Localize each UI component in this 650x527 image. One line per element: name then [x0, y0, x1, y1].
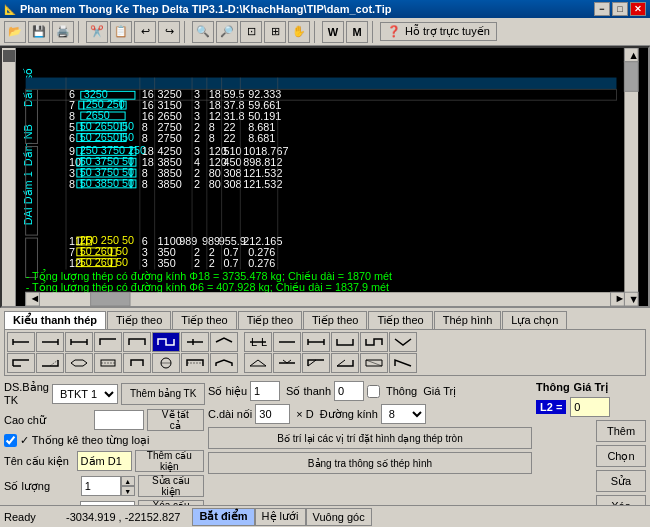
x-d-label: × D — [296, 408, 313, 420]
so-hieu-label: Số hiệu — [208, 385, 247, 398]
shape-btn-l6[interactable] — [152, 332, 180, 352]
bang-tra-button[interactable]: Bảng tra thông số thép hình — [208, 452, 532, 474]
toolbar-sep4 — [372, 21, 376, 43]
so-luong-input[interactable] — [81, 476, 121, 496]
shape-btn-r4[interactable] — [331, 332, 359, 352]
toolbar-btn-zoom-in[interactable]: 🔍 — [192, 21, 214, 43]
svg-text:50  260  50: 50 260 50 — [80, 256, 128, 268]
shape-btn-l3[interactable] — [65, 332, 93, 352]
shape-btn-t6[interactable] — [389, 353, 417, 373]
svg-text:3850: 3850 — [158, 178, 182, 190]
so-thanh-checkbox[interactable] — [367, 385, 380, 398]
tab-tiep-theo-3[interactable]: Tiếp theo — [238, 311, 302, 329]
them-bang-tk-button[interactable]: Thêm bảng TK — [121, 383, 205, 405]
ten-cau-kien-row: Tên cấu kiện Thêm cấu kiện — [4, 450, 204, 472]
toolbar-btn-cut[interactable]: ✂️ — [86, 21, 108, 43]
shape-btn-t1[interactable] — [244, 353, 272, 373]
cao-chu-input[interactable]: 125 — [94, 410, 144, 430]
sua-button[interactable]: Sửa — [596, 470, 646, 492]
shape-btn-r2[interactable] — [273, 332, 301, 352]
shape-btn-s1[interactable] — [7, 353, 35, 373]
shape-btn-t2[interactable] — [273, 353, 301, 373]
svg-rect-160 — [91, 292, 130, 306]
shape-btn-s6[interactable] — [152, 353, 180, 373]
toolbar-sep1 — [78, 21, 82, 43]
svg-text:0.7: 0.7 — [224, 257, 239, 269]
shape-btn-t4[interactable] — [331, 353, 359, 373]
tab-kieu-thanh-thep[interactable]: Kiểu thanh thép — [4, 311, 106, 329]
spinner-up[interactable]: ▲ — [121, 476, 135, 486]
toolbar-btn-zoom-out[interactable]: 🔎 — [216, 21, 238, 43]
shape-btn-s4[interactable] — [94, 353, 122, 373]
them-button[interactable]: Thêm — [596, 420, 646, 442]
ten-cau-kien-input[interactable] — [77, 451, 132, 471]
toolbar-btn-open[interactable]: 📂 — [4, 21, 26, 43]
toolbar-btn-zoom-fit[interactable]: ⊡ — [240, 21, 262, 43]
he-luoi-button[interactable]: Hệ lưới — [255, 508, 306, 526]
tab-tiep-theo-5[interactable]: Tiếp theo — [368, 311, 432, 329]
duong-kinh-select[interactable]: 8 10 12 16 18 20 — [381, 404, 426, 424]
shape-btn-r1[interactable]: LL — [244, 332, 272, 352]
so-luong-row: Số lượng ▲ ▼ Sửa cấu kiện — [4, 475, 204, 497]
maximize-button[interactable]: □ — [612, 2, 628, 16]
chon-button[interactable]: Chọn — [596, 445, 646, 467]
shape-btn-t5[interactable] — [360, 353, 388, 373]
ds-bang-tk-select[interactable]: BTKT 1 — [52, 384, 118, 404]
help-button[interactable]: ❓ Hỗ trợ trực tuyến — [380, 22, 497, 41]
svg-text:▲: ▲ — [628, 49, 639, 61]
l2-value: 0 — [570, 397, 610, 417]
toolbar-btn-m[interactable]: M — [346, 21, 368, 43]
shape-btn-s5[interactable] — [123, 353, 151, 373]
tab-lua-chon[interactable]: Lựa chọn — [502, 311, 567, 329]
shape-btn-r5[interactable] — [360, 332, 388, 352]
drawing-area[interactable]: Dấm số Dầm NB DAI Dầm 1 6 3250 16 3250 3… — [0, 46, 650, 308]
shape-btn-l8[interactable] — [210, 332, 238, 352]
spinner-down[interactable]: ▼ — [121, 486, 135, 496]
shape-btn-l2[interactable] — [36, 332, 64, 352]
svg-text:80: 80 — [209, 178, 221, 190]
shape-btn-s2[interactable] — [36, 353, 64, 373]
toolbar-btn-undo[interactable]: ↩ — [134, 21, 156, 43]
svg-text:2750: 2750 — [158, 132, 182, 144]
tab-tiep-theo-1[interactable]: Tiếp theo — [107, 311, 171, 329]
toolbar-btn-redo[interactable]: ↪ — [158, 21, 180, 43]
toolbar-btn-print[interactable]: 🖨️ — [52, 21, 74, 43]
app-icon: 📐 — [4, 4, 16, 15]
bo-tri-button[interactable]: Bố trí lại các vị trí đặt hình dạng thép… — [208, 427, 532, 449]
shape-btn-r6[interactable] — [389, 332, 417, 352]
tab-tiep-theo-4[interactable]: Tiếp theo — [303, 311, 367, 329]
thong-ke-checkbox[interactable] — [4, 434, 17, 447]
cad-grid-btn[interactable] — [3, 50, 15, 62]
so-thanh-input[interactable] — [334, 381, 364, 401]
them-cau-kien-button[interactable]: Thêm cấu kiện — [135, 450, 204, 472]
close-button[interactable]: ✕ — [630, 2, 646, 16]
toolbar-btn-w[interactable]: W — [322, 21, 344, 43]
tab-tiep-theo-2[interactable]: Tiếp theo — [172, 311, 236, 329]
shape-btn-s8[interactable] — [210, 353, 238, 373]
shape-btn-s7[interactable] — [181, 353, 209, 373]
tab-thep-hinh[interactable]: Thép hình — [434, 311, 502, 329]
shape-btn-l1[interactable] — [7, 332, 35, 352]
so-hieu-input[interactable] — [250, 381, 280, 401]
ds-bang-tk-label: DS.Bảng TK — [4, 381, 49, 406]
sua-cau-kien-button[interactable]: Sửa cấu kiện — [138, 475, 204, 497]
shape-btn-t3[interactable] — [302, 353, 330, 373]
svg-text:▼: ▼ — [628, 293, 639, 305]
title-bar: 📐 Phan mem Thong Ke Thep Delta TIP3.1-D:… — [0, 0, 650, 18]
ve-tat-ca-button[interactable]: Vẽ tất cả — [147, 409, 204, 431]
toolbar-btn-save[interactable]: 💾 — [28, 21, 50, 43]
checkbox-row: ✓ Thống kê theo từng loại — [4, 434, 204, 447]
shape-btn-l4[interactable] — [94, 332, 122, 352]
shape-btn-l7[interactable] — [181, 332, 209, 352]
bat-diem-button[interactable]: Bắt điểm — [192, 508, 254, 526]
shape-btn-s3[interactable] — [65, 353, 93, 373]
toolbar-btn-pan[interactable]: ✋ — [288, 21, 310, 43]
x-d-group: × D — [296, 408, 313, 420]
minimize-button[interactable]: − — [594, 2, 610, 16]
shape-btn-r3[interactable] — [302, 332, 330, 352]
toolbar-btn-zoom-win[interactable]: ⊞ — [264, 21, 286, 43]
toolbar-btn-copy[interactable]: 📋 — [110, 21, 132, 43]
vuong-goc-button[interactable]: Vuông góc — [306, 508, 372, 526]
c-dai-noi-input[interactable] — [255, 404, 290, 424]
shape-btn-l5[interactable] — [123, 332, 151, 352]
